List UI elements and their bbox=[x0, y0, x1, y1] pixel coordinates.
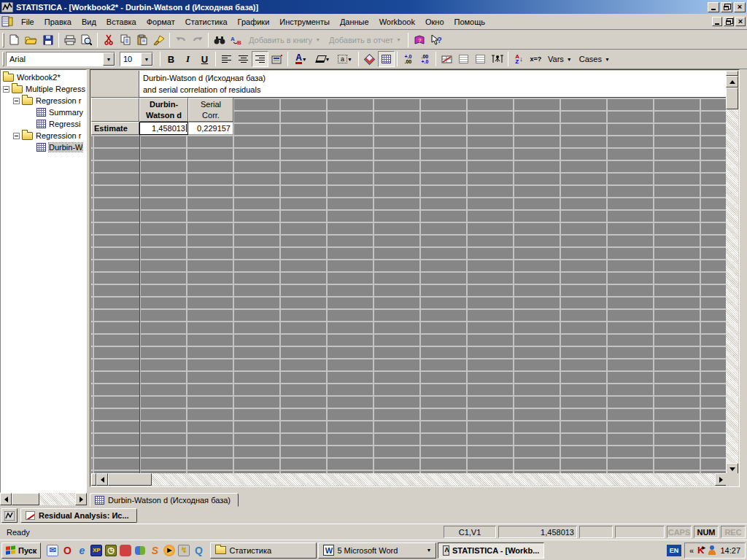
copy-button[interactable] bbox=[117, 32, 133, 48]
chevron-down-icon[interactable]: ▼ bbox=[103, 52, 115, 66]
close-button[interactable]: × bbox=[734, 2, 746, 12]
spreadsheet-grid[interactable]: Durbin-Watson d (Исходная база) and seri… bbox=[91, 71, 727, 475]
toolbar-grip[interactable] bbox=[2, 52, 4, 66]
menu-statistics[interactable]: Статистика bbox=[180, 15, 233, 28]
cell-serial-corr-value[interactable]: 0,229157 bbox=[188, 122, 233, 135]
vscroll-track[interactable] bbox=[726, 109, 738, 463]
context-help-button[interactable]: ? bbox=[427, 32, 444, 48]
split-box[interactable] bbox=[91, 473, 96, 486]
cases-button[interactable]: Cases▼ bbox=[576, 55, 614, 63]
menu-help[interactable]: Помощь bbox=[449, 15, 491, 28]
collapse-icon[interactable] bbox=[13, 133, 20, 139]
format-brush-button[interactable] bbox=[150, 32, 167, 48]
hscroll-thumb[interactable] bbox=[108, 473, 152, 486]
replace-button[interactable]: AB bbox=[228, 32, 244, 48]
bold-button[interactable]: B bbox=[163, 51, 179, 67]
decrease-decimal-button[interactable]: .00+.0 bbox=[417, 51, 433, 67]
language-indicator[interactable]: EN bbox=[667, 545, 681, 556]
tree-horizontal-scrollbar[interactable] bbox=[0, 493, 87, 505]
menu-file[interactable]: File bbox=[16, 15, 39, 28]
scroll-right-button[interactable] bbox=[715, 473, 727, 486]
fill-color-button[interactable]: ▼ bbox=[312, 51, 334, 67]
analysis-list-button[interactable] bbox=[1, 508, 18, 523]
collapse-icon[interactable] bbox=[3, 86, 9, 93]
chevron-down-icon[interactable]: ▼ bbox=[141, 52, 152, 66]
hscroll-track[interactable] bbox=[39, 493, 75, 505]
media-player-icon[interactable]: ▶ bbox=[163, 545, 175, 556]
sheet-options-button[interactable] bbox=[455, 51, 472, 67]
redo-button[interactable] bbox=[189, 32, 206, 48]
menu-tools[interactable]: Инструменты bbox=[274, 15, 335, 28]
adjust-grid-button[interactable] bbox=[438, 51, 455, 67]
tree-item-regression-1[interactable]: Regression r bbox=[1, 95, 86, 106]
format-cells-button[interactable] bbox=[268, 51, 285, 67]
tree-item-regression-sheet[interactable]: Regressi bbox=[1, 118, 86, 130]
restore-button[interactable] bbox=[721, 2, 732, 12]
row-header-estimate[interactable]: Estimate bbox=[91, 122, 139, 135]
menu-format[interactable]: Формат bbox=[142, 15, 180, 28]
new-button[interactable] bbox=[6, 32, 23, 48]
font-color-button[interactable]: A▼ bbox=[290, 51, 312, 67]
tag-button[interactable] bbox=[361, 51, 378, 67]
statsoft-icon[interactable]: S bbox=[149, 545, 160, 556]
tab-durbin-watson[interactable]: Durbin-Watson d (Исходная база) bbox=[90, 493, 239, 507]
collapse-icon[interactable] bbox=[13, 98, 20, 104]
task-statistika-folder[interactable]: Статистика bbox=[210, 542, 317, 559]
italic-button[interactable]: I bbox=[179, 51, 196, 67]
scheduler-icon[interactable]: ◷ bbox=[105, 545, 117, 556]
vars-button[interactable]: Vars▼ bbox=[544, 55, 576, 63]
variable-specs-button[interactable]: x=? bbox=[527, 51, 544, 67]
menu-graphs[interactable]: Графики bbox=[233, 15, 275, 28]
tree-item-regression-2[interactable]: Regression r bbox=[1, 130, 86, 141]
quicktime-icon[interactable]: Q bbox=[193, 545, 204, 556]
mdi-minimize-button[interactable] bbox=[712, 17, 722, 26]
menu-data[interactable]: Данные bbox=[335, 15, 374, 28]
align-right-button[interactable] bbox=[252, 51, 268, 67]
paste-button[interactable] bbox=[133, 32, 150, 48]
sort-button[interactable]: AZ↓ bbox=[511, 51, 527, 67]
hscroll-track[interactable] bbox=[152, 473, 715, 486]
msn-messenger-icon[interactable] bbox=[134, 545, 146, 556]
grid-display-button[interactable] bbox=[378, 51, 395, 67]
menu-workbook[interactable]: Workbook bbox=[374, 15, 420, 28]
tray-chevron[interactable]: « bbox=[689, 546, 694, 555]
scroll-up-button[interactable] bbox=[726, 76, 738, 88]
horizontal-scrollbar[interactable] bbox=[91, 473, 727, 486]
tree-item-workbook[interactable]: Workbook2* bbox=[1, 71, 86, 83]
add-to-report-button[interactable]: Добавить в отчет▼ bbox=[325, 36, 406, 44]
tray-clock[interactable]: 14:27 bbox=[720, 546, 740, 555]
cell-durbin-watson-value[interactable]: 1,458013 bbox=[139, 122, 188, 135]
opera-icon[interactable]: O bbox=[61, 545, 73, 556]
task-microsoft-word[interactable]: W 5 Microsoft Word ▼ bbox=[318, 542, 436, 559]
menu-view[interactable]: Вид bbox=[77, 15, 101, 28]
winamp-icon[interactable]: ↯ bbox=[178, 545, 190, 556]
tree-item-summary[interactable]: Summary bbox=[1, 106, 86, 118]
kaspersky-icon[interactable]: K bbox=[697, 545, 704, 556]
tab-residual-analysis[interactable]: Residual Analysis: Ис... bbox=[20, 508, 137, 523]
print-button[interactable] bbox=[61, 32, 78, 48]
borders-button[interactable]: a▼ bbox=[334, 51, 356, 67]
glossary-button[interactable]: ? bbox=[411, 32, 427, 48]
column-header-durbin-watson[interactable]: Durbin- Watson d bbox=[139, 98, 188, 122]
brushing-button[interactable] bbox=[489, 51, 506, 67]
vscroll-thumb[interactable] bbox=[726, 88, 738, 109]
menu-edit[interactable]: Правка bbox=[39, 15, 77, 28]
floppy-xp-icon[interactable]: XP bbox=[90, 545, 102, 556]
tree-item-multiple-regression[interactable]: Multiple Regress bbox=[1, 83, 86, 95]
outlook-express-icon[interactable]: ✉ bbox=[47, 545, 58, 556]
minimize-button[interactable] bbox=[708, 2, 719, 12]
cut-button[interactable] bbox=[100, 32, 117, 48]
font-size-combo[interactable]: 10 ▼ bbox=[120, 52, 153, 66]
sheet-options2-button[interactable] bbox=[472, 51, 489, 67]
vertical-scrollbar[interactable] bbox=[726, 71, 738, 475]
mdi-restore-button[interactable] bbox=[724, 17, 734, 26]
mdi-close-button[interactable]: × bbox=[735, 17, 746, 26]
align-center-button[interactable] bbox=[235, 51, 252, 67]
align-left-button[interactable] bbox=[218, 51, 235, 67]
scroll-right-button[interactable] bbox=[75, 493, 87, 505]
hscroll-thumb[interactable] bbox=[12, 493, 39, 505]
toolbar-grip[interactable] bbox=[2, 33, 4, 47]
underline-button[interactable]: U bbox=[196, 51, 213, 67]
scroll-left-button[interactable] bbox=[96, 473, 108, 486]
find-button[interactable] bbox=[211, 32, 228, 48]
